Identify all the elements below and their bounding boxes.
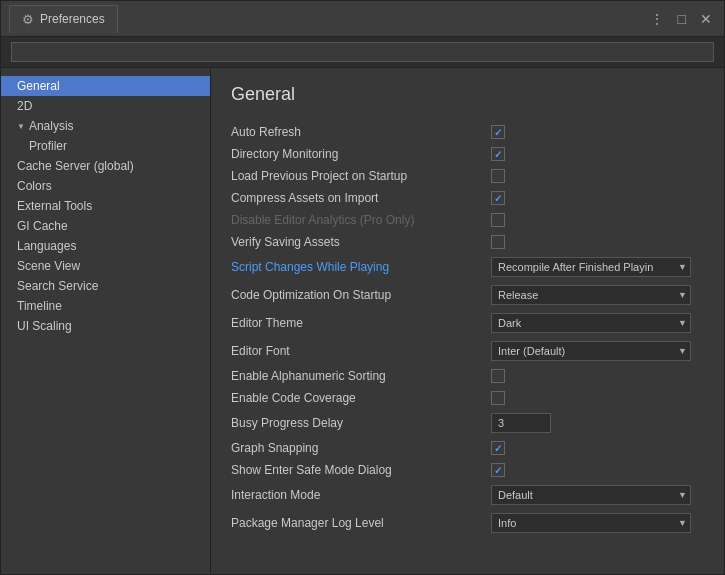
row-disable-analytics: Disable Editor Analytics (Pro Only) <box>231 209 704 231</box>
search-input[interactable] <box>11 42 714 62</box>
row-alphanumeric-sorting: Enable Alphanumeric Sorting <box>231 365 704 387</box>
sidebar-item-languages[interactable]: Languages <box>1 236 210 256</box>
row-busy-progress: Busy Progress Delay <box>231 409 704 437</box>
label-disable-analytics: Disable Editor Analytics (Pro Only) <box>231 213 491 227</box>
row-package-log-level: Package Manager Log Level Info Debug War… <box>231 509 704 537</box>
search-bar <box>1 37 724 68</box>
label-auto-refresh: Auto Refresh <box>231 125 491 139</box>
row-compress-assets: Compress Assets on Import <box>231 187 704 209</box>
sidebar-item-search-service[interactable]: Search Service <box>1 276 210 296</box>
control-busy-progress <box>491 413 704 433</box>
dropdown-wrapper-script-changes: Recompile After Finished Playin Recompil… <box>491 257 691 277</box>
sidebar-item-external-tools[interactable]: External Tools <box>1 196 210 216</box>
sidebar-item-analysis[interactable]: ▼ Analysis <box>1 116 210 136</box>
preferences-window: ⚙ Preferences ⋮ □ ✕ General 2D ▼ Analysi… <box>0 0 725 575</box>
checkbox-alphanumeric-sorting[interactable] <box>491 369 505 383</box>
control-safe-mode-dialog <box>491 463 704 477</box>
sidebar-item-profiler[interactable]: Profiler <box>1 136 210 156</box>
sidebar-item-general[interactable]: General <box>1 76 210 96</box>
checkbox-safe-mode-dialog[interactable] <box>491 463 505 477</box>
label-compress-assets: Compress Assets on Import <box>231 191 491 205</box>
label-load-previous: Load Previous Project on Startup <box>231 169 491 183</box>
sidebar-item-gi-cache[interactable]: GI Cache <box>1 216 210 236</box>
dropdown-package-log-level[interactable]: Info Debug Warning Error <box>491 513 691 533</box>
label-code-optimization: Code Optimization On Startup <box>231 288 491 302</box>
dropdown-wrapper-editor-theme: Dark Light ▼ <box>491 313 691 333</box>
close-icon[interactable]: ✕ <box>696 9 716 29</box>
checkbox-code-coverage[interactable] <box>491 391 505 405</box>
checkbox-verify-saving[interactable] <box>491 235 505 249</box>
titlebar: ⚙ Preferences ⋮ □ ✕ <box>1 1 724 37</box>
row-editor-theme: Editor Theme Dark Light ▼ <box>231 309 704 337</box>
row-safe-mode-dialog: Show Enter Safe Mode Dialog <box>231 459 704 481</box>
dropdown-script-changes[interactable]: Recompile After Finished Playin Recompil… <box>491 257 691 277</box>
control-editor-font: Inter (Default) ▼ <box>491 341 704 361</box>
control-script-changes: Recompile After Finished Playin Recompil… <box>491 257 704 277</box>
control-directory-monitoring <box>491 147 704 161</box>
dropdown-interaction-mode[interactable]: Default Direct Manipulation <box>491 485 691 505</box>
control-disable-analytics <box>491 213 704 227</box>
row-verify-saving: Verify Saving Assets <box>231 231 704 253</box>
row-code-optimization: Code Optimization On Startup Release Deb… <box>231 281 704 309</box>
label-busy-progress: Busy Progress Delay <box>231 416 491 430</box>
row-script-changes: Script Changes While Playing Recompile A… <box>231 253 704 281</box>
control-auto-refresh <box>491 125 704 139</box>
row-load-previous: Load Previous Project on Startup <box>231 165 704 187</box>
row-graph-snapping: Graph Snapping <box>231 437 704 459</box>
row-directory-monitoring: Directory Monitoring <box>231 143 704 165</box>
control-load-previous <box>491 169 704 183</box>
dropdown-wrapper-package-log-level: Info Debug Warning Error ▼ <box>491 513 691 533</box>
label-script-changes[interactable]: Script Changes While Playing <box>231 260 491 274</box>
page-title: General <box>231 84 704 105</box>
dropdown-editor-font[interactable]: Inter (Default) <box>491 341 691 361</box>
control-verify-saving <box>491 235 704 249</box>
checkbox-compress-assets[interactable] <box>491 191 505 205</box>
dropdown-wrapper-code-optimization: Release Debug ▼ <box>491 285 691 305</box>
preferences-tab[interactable]: ⚙ Preferences <box>9 5 118 33</box>
sidebar-item-scene-view[interactable]: Scene View <box>1 256 210 276</box>
control-compress-assets <box>491 191 704 205</box>
label-package-log-level: Package Manager Log Level <box>231 516 491 530</box>
sidebar-item-cache-server[interactable]: Cache Server (global) <box>1 156 210 176</box>
dropdown-wrapper-editor-font: Inter (Default) ▼ <box>491 341 691 361</box>
gear-icon: ⚙ <box>22 12 34 27</box>
control-interaction-mode: Default Direct Manipulation ▼ <box>491 485 704 505</box>
label-editor-theme: Editor Theme <box>231 316 491 330</box>
label-interaction-mode: Interaction Mode <box>231 488 491 502</box>
dropdown-wrapper-interaction-mode: Default Direct Manipulation ▼ <box>491 485 691 505</box>
input-busy-progress[interactable] <box>491 413 551 433</box>
sidebar-item-label: Analysis <box>29 119 74 133</box>
row-editor-font: Editor Font Inter (Default) ▼ <box>231 337 704 365</box>
sidebar-item-colors[interactable]: Colors <box>1 176 210 196</box>
label-directory-monitoring: Directory Monitoring <box>231 147 491 161</box>
sidebar: General 2D ▼ Analysis Profiler Cache Ser… <box>1 68 211 574</box>
more-icon[interactable]: ⋮ <box>646 9 668 29</box>
maximize-icon[interactable]: □ <box>674 9 690 29</box>
label-code-coverage: Enable Code Coverage <box>231 391 491 405</box>
checkbox-auto-refresh[interactable] <box>491 125 505 139</box>
label-editor-font: Editor Font <box>231 344 491 358</box>
checkbox-disable-analytics[interactable] <box>491 213 505 227</box>
content-area: General Auto Refresh Directory Monitorin… <box>211 68 724 574</box>
control-code-optimization: Release Debug ▼ <box>491 285 704 305</box>
label-safe-mode-dialog: Show Enter Safe Mode Dialog <box>231 463 491 477</box>
dropdown-code-optimization[interactable]: Release Debug <box>491 285 691 305</box>
row-code-coverage: Enable Code Coverage <box>231 387 704 409</box>
dropdown-editor-theme[interactable]: Dark Light <box>491 313 691 333</box>
control-package-log-level: Info Debug Warning Error ▼ <box>491 513 704 533</box>
label-alphanumeric-sorting: Enable Alphanumeric Sorting <box>231 369 491 383</box>
label-graph-snapping: Graph Snapping <box>231 441 491 455</box>
control-code-coverage <box>491 391 704 405</box>
checkbox-directory-monitoring[interactable] <box>491 147 505 161</box>
sidebar-item-ui-scaling[interactable]: UI Scaling <box>1 316 210 336</box>
main-content: General 2D ▼ Analysis Profiler Cache Ser… <box>1 68 724 574</box>
titlebar-controls: ⋮ □ ✕ <box>646 9 716 29</box>
label-verify-saving: Verify Saving Assets <box>231 235 491 249</box>
checkbox-load-previous[interactable] <box>491 169 505 183</box>
sidebar-item-2d[interactable]: 2D <box>1 96 210 116</box>
triangle-icon: ▼ <box>17 122 25 131</box>
checkbox-graph-snapping[interactable] <box>491 441 505 455</box>
sidebar-item-timeline[interactable]: Timeline <box>1 296 210 316</box>
control-editor-theme: Dark Light ▼ <box>491 313 704 333</box>
control-graph-snapping <box>491 441 704 455</box>
